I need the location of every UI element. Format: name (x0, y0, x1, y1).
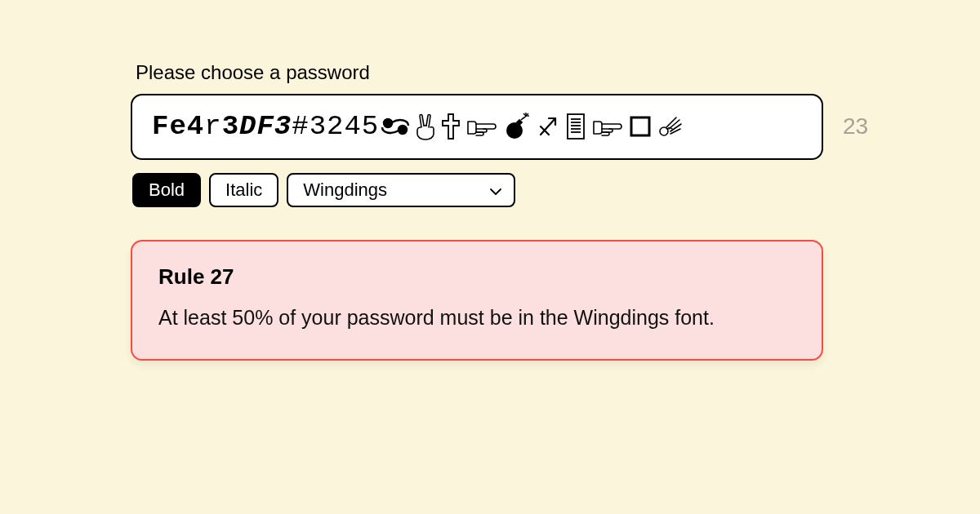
rule-text: At least 50% of your password must be in… (158, 303, 795, 334)
latin-cross-icon (441, 113, 461, 140)
bold-button[interactable]: Bold (132, 173, 201, 207)
square-icon (629, 115, 652, 138)
character-count: 23 (843, 113, 868, 140)
svg-line-8 (541, 118, 555, 135)
password-seg-1: Fe4 (152, 110, 204, 144)
password-wingdings (381, 113, 684, 140)
svg-point-1 (399, 126, 407, 134)
pointing-hand-right-icon (591, 115, 624, 138)
cancer-zodiac-icon (381, 114, 410, 139)
document-lines-icon (565, 113, 586, 140)
italic-button[interactable]: Italic (209, 173, 278, 207)
ok-hand-icon (657, 113, 684, 140)
password-input-row: Fe4r3DF3#3245 (131, 94, 849, 160)
svg-rect-16 (631, 117, 649, 135)
font-select-value: Wingdings (303, 179, 387, 201)
password-label: Please choose a password (131, 61, 849, 84)
password-seg-4: DF3 (239, 110, 292, 144)
font-select[interactable]: Wingdings (287, 173, 515, 207)
password-input[interactable]: Fe4r3DF3#3245 (131, 94, 823, 160)
password-seg-3: 3 (222, 110, 239, 144)
chevron-down-icon (489, 179, 502, 201)
bomb-icon (503, 113, 531, 140)
rule-card: Rule 27 At least 50% of your password mu… (131, 240, 823, 361)
svg-rect-10 (568, 114, 584, 139)
peace-hand-icon (415, 113, 436, 140)
rule-title: Rule 27 (158, 264, 795, 290)
password-seg-2: r (204, 110, 221, 144)
svg-point-0 (384, 119, 392, 127)
sagittarius-arrow-icon (536, 113, 560, 140)
password-seg-5: #3245 (292, 110, 379, 144)
password-content: Fe4r3DF3#3245 (152, 110, 684, 144)
formatting-toolbar: Bold Italic Wingdings (131, 173, 849, 207)
pointing-hand-right-icon (466, 115, 498, 138)
